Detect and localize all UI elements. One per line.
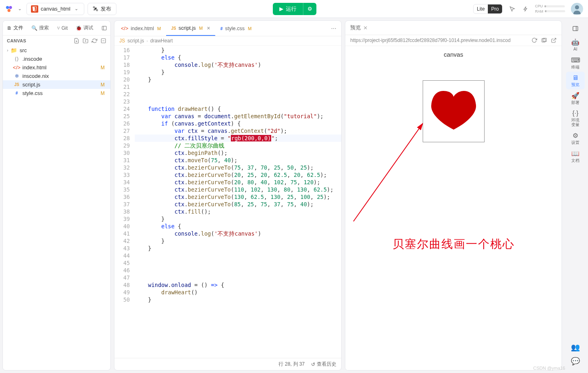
svg-point-1 (9, 6, 12, 9)
plan-toggle[interactable]: Lite Pro (473, 4, 502, 14)
chat-icon[interactable]: 💬 (571, 357, 580, 366)
gear-icon: ⚙ (573, 132, 578, 139)
html-icon: 5 (31, 5, 38, 13)
canvas-title: canvas (345, 46, 562, 58)
editor-panel: </>index.htmlMJSscript.jsM×#style.cssM⋯ … (114, 20, 342, 371)
tree-item-index-html[interactable]: </>index.htmlM (3, 63, 110, 72)
file-icon: 🗎 (7, 25, 12, 31)
sidebar-tab-files[interactable]: 🗎文件 (3, 21, 27, 35)
svg-point-4 (575, 5, 579, 9)
publish-label: 发布 (101, 5, 111, 13)
svg-point-0 (6, 6, 9, 9)
more-icon[interactable]: ⋯ (327, 25, 341, 31)
close-icon[interactable]: ✕ (363, 25, 368, 31)
project-name: canvas_html (41, 6, 70, 12)
editor-tabs: </>index.htmlMJSscript.jsM×#style.cssM⋯ (114, 21, 341, 36)
svg-point-2 (7, 9, 10, 12)
external-link-icon[interactable] (551, 38, 557, 43)
publish-button[interactable]: 🛰 发布 (88, 3, 116, 15)
monitor-icon: 🖥 (572, 74, 579, 82)
terminal-icon: ⌨ (571, 56, 580, 64)
new-folder-icon[interactable] (83, 38, 88, 44)
close-icon[interactable]: × (207, 25, 210, 31)
svg-rect-5 (102, 26, 107, 30)
rocket-icon: 🚀 (571, 92, 579, 99)
gear-file-icon: ⟨⟩ (13, 56, 20, 62)
sidebar-tab-debug[interactable]: 🐞调试 (72, 21, 97, 35)
tree-item-style-css[interactable]: #style.cssM (3, 89, 110, 97)
css-icon: # (13, 91, 20, 95)
history-icon: ↺ (311, 362, 315, 367)
tree-item-src[interactable]: ›📁src (3, 46, 110, 55)
tree-item-inscode-nix[interactable]: ❄inscode.nix (3, 72, 110, 80)
preview-url-input[interactable] (350, 38, 527, 43)
run-button[interactable]: ▶ 运行 (273, 3, 303, 15)
right-rail: 🤖AI⌨终端🖥预览🚀部署{·}环境 变量⚙设置📖文档 👥 💬 (565, 20, 586, 371)
preview-title: 预览 (350, 24, 361, 31)
play-icon: ▶ (279, 6, 283, 12)
file-tree: ›📁src⟨⟩.inscode</>index.htmlM❄inscode.ni… (3, 46, 110, 97)
sidebar-tab-git[interactable]: ⑂Git (53, 21, 72, 35)
editor-tab-script-js[interactable]: JSscript.jsM× (166, 21, 215, 36)
cursor-icon[interactable] (508, 5, 516, 13)
sidebar-panel: 🗎文件 🔍搜索 ⑂Git 🐞调试 CANVAS ›📁src⟨⟩.inscode<… (2, 20, 111, 371)
tree-item-script-js[interactable]: JSscript.jsM (3, 80, 110, 89)
run-settings-button[interactable]: ⚙ (303, 3, 316, 15)
rocket-icon: 🛰 (93, 6, 98, 12)
project-dropdown-icon[interactable]: ⌄ (16, 4, 23, 13)
lite-label: Lite (474, 4, 488, 13)
book-icon: 📖 (571, 150, 579, 157)
rail-layout-icon[interactable] (566, 22, 585, 35)
rail-item-terminal[interactable]: ⌨终端 (566, 54, 585, 72)
braces-icon: {·} (572, 110, 578, 117)
css-icon: # (220, 26, 223, 31)
new-window-icon[interactable] (541, 38, 547, 43)
editor-tab-style-css[interactable]: #style.cssM (215, 21, 257, 36)
avatar[interactable] (571, 3, 583, 15)
run-label: 运行 (286, 5, 296, 13)
topbar: ⌄ 5 canvas_html ⌄ 🛰 发布 ▶ 运行 ⚙ Lite Pro C… (0, 0, 588, 18)
robot-icon: 🤖 (571, 38, 579, 46)
people-icon[interactable]: 👥 (571, 343, 580, 352)
rail-item-settings[interactable]: ⚙设置 (566, 129, 585, 147)
project-selector[interactable]: 5 canvas_html ⌄ (26, 3, 84, 15)
collapse-icon[interactable] (101, 38, 106, 44)
tree-item--inscode[interactable]: ⟨⟩.inscode (3, 55, 110, 63)
editor-tab-index-html[interactable]: </>index.htmlM (116, 21, 166, 36)
rail-item-ai[interactable]: 🤖AI (566, 36, 585, 54)
annotation-arrow (349, 119, 439, 225)
breadcrumb[interactable]: JS script.js › drawHeart (114, 36, 341, 46)
history-button[interactable]: ↺查看历史 (311, 361, 336, 368)
lightning-icon[interactable] (522, 5, 529, 13)
pro-label: Pro (488, 4, 502, 13)
breadcrumb-symbol: drawHeart (150, 38, 173, 44)
breadcrumb-file: script.js (127, 38, 144, 44)
cursor-position[interactable]: 行 28, 列 37 (279, 361, 305, 368)
gear-icon: ⚙ (307, 6, 312, 12)
panel-toggle-icon[interactable] (98, 21, 110, 35)
rail-item-preview[interactable]: 🖥预览 (566, 72, 585, 89)
rail-item-deploy[interactable]: 🚀部署 (566, 89, 585, 107)
rail-item-docs[interactable]: 📖文档 (566, 147, 585, 165)
rail-item-env[interactable]: {·}环境 变量 (566, 107, 585, 129)
js-icon: JS (171, 25, 176, 31)
html-icon: </> (13, 64, 20, 71)
svg-rect-11 (573, 26, 578, 31)
debug-icon: 🐞 (76, 25, 82, 31)
nix-icon: ❄ (13, 73, 20, 79)
search-icon: 🔍 (31, 25, 37, 31)
refresh-icon[interactable] (92, 38, 97, 44)
annotation-text: 贝塞尔曲线画一个桃心 (345, 236, 562, 252)
sidebar-tab-search[interactable]: 🔍搜索 (27, 21, 53, 35)
project-label: CANVAS (7, 38, 26, 43)
js-icon: JS (119, 38, 125, 44)
chevron-right-icon: › (147, 39, 148, 43)
new-file-icon[interactable] (74, 38, 79, 44)
resource-meter: CPU RAM (535, 4, 565, 14)
preview-panel: 预览 ✕ canvas 贝塞尔曲线画一个桃心 (345, 20, 562, 371)
folder-icon: 📁 (11, 47, 17, 53)
app-logo[interactable] (5, 4, 14, 13)
chevron-down-icon: ⌄ (73, 4, 80, 13)
code-area[interactable]: 1617181920212223242526272829303132333435… (114, 46, 341, 358)
reload-icon[interactable] (531, 38, 537, 43)
